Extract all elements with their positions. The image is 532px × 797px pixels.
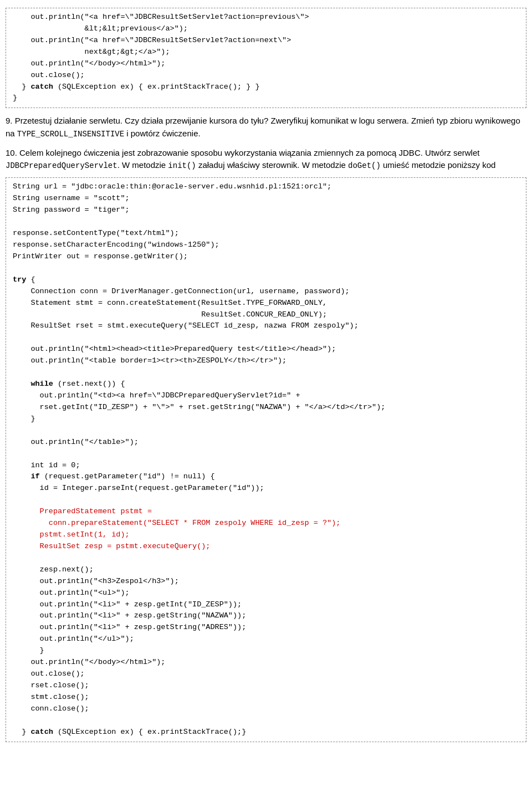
code-line: out.println("<a href=\"JDBCResultSetServ… xyxy=(13,36,291,44)
inline-code-servlet: JDBCPreparedQueryServlet xyxy=(6,161,117,170)
inline-code-doget: doGet() xyxy=(348,161,381,170)
section-9-number: 9. xyxy=(6,116,15,125)
code-line: out.println("<a href=\"JDBCResultSetServ… xyxy=(13,13,309,21)
page-content: out.println("<a href=\"JDBCResultSetServ… xyxy=(0,0,532,750)
code-block-top: out.println("<a href=\"JDBCResultSetServ… xyxy=(6,8,526,108)
inline-code-type: TYPE_SCROLL_INSENSITIVE xyxy=(17,130,124,139)
section-9-text: 9. Przetestuj działanie serwletu. Czy dz… xyxy=(6,115,526,140)
section-10: 10. Celem kolejnego ćwiczenia jest zobra… xyxy=(6,147,526,172)
code-line: out.println("</body></html>"); xyxy=(13,59,165,68)
code-line: out.close(); xyxy=(13,71,85,79)
code-line: } catch (SQLException ex) { ex.printStac… xyxy=(13,83,260,91)
section-10-number: 10. xyxy=(6,148,19,157)
code-block-main: String url = "jdbc:oracle:thin:@oracle-s… xyxy=(6,177,526,742)
code-line: next&gt;&gt;</a>"); xyxy=(13,48,170,56)
inline-code-init: init() xyxy=(168,161,196,170)
section-10-text: 10. Celem kolejnego ćwiczenia jest zobra… xyxy=(6,147,526,172)
code-line: &lt;&lt;previous</a>"); xyxy=(13,24,188,33)
section-9: 9. Przetestuj działanie serwletu. Czy dz… xyxy=(6,115,526,140)
